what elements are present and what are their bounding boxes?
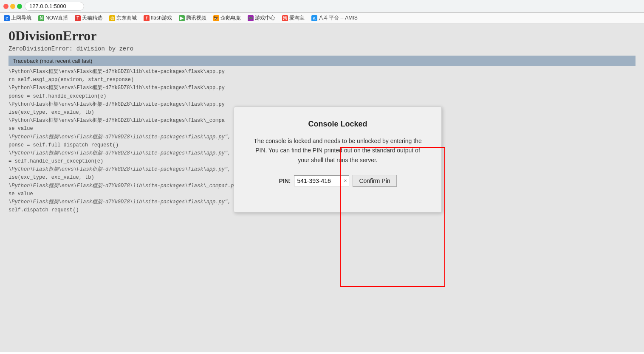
dialog-description: The console is locked and needs to be un… xyxy=(251,136,424,165)
pin-row: PIN: × Confirm Pin xyxy=(251,175,424,187)
bookmark-game[interactable]: 🎮 游戏中心 xyxy=(246,14,277,22)
bookmark-tianmao-icon: T xyxy=(75,15,81,21)
dialog-title: Console Locked xyxy=(251,120,424,129)
bookmark-now-icon: N xyxy=(38,15,44,21)
bookmarks-bar: e 上网导航 N NOW直播 T 天猫精选 ◎ 京东商城 f flash游戏 ▶… xyxy=(0,13,644,24)
bookmark-taobao[interactable]: 淘 爱淘宝 xyxy=(281,14,306,22)
bookmark-jd-icon: ◎ xyxy=(109,15,115,21)
confirm-pin-button[interactable]: Confirm Pin xyxy=(353,175,396,187)
bookmark-eagle-label: 企鹅电竞 xyxy=(220,14,241,22)
bookmark-tencent-label: 腾讯视频 xyxy=(186,14,206,22)
bookmark-badu[interactable]: a 八斗平台 -- AMIS xyxy=(310,14,359,22)
bookmark-badu-label: 八斗平台 -- AMIS xyxy=(319,14,358,22)
bookmark-jd-label: 京东商城 xyxy=(116,14,137,22)
bookmark-tianmao[interactable]: T 天猫精选 xyxy=(73,14,104,22)
bookmark-tianmao-label: 天猫精选 xyxy=(82,14,102,22)
page-content: 0DivisionError ZeroDivisionError: divisi… xyxy=(0,24,644,352)
bookmark-shangwang-label: 上网导航 xyxy=(11,14,31,22)
bookmark-game-label: 游戏中心 xyxy=(255,14,275,22)
pin-clear-button[interactable]: × xyxy=(343,178,347,184)
browser-controls xyxy=(3,4,22,9)
bookmark-badu-icon: a xyxy=(311,15,317,21)
address-bar[interactable]: 127.0.0.1:5000 xyxy=(25,2,84,11)
browser-bar: 127.0.0.1:5000 xyxy=(0,0,644,13)
bookmark-shangwang[interactable]: e 上网导航 xyxy=(3,14,33,22)
bookmark-game-icon: 🎮 xyxy=(248,15,254,21)
bookmark-flash-icon: f xyxy=(144,15,150,21)
bookmark-flash[interactable]: f flash游戏 xyxy=(142,14,173,22)
bookmark-now-label: NOW直播 xyxy=(45,14,68,22)
bookmark-eagle[interactable]: 🦅 企鹅电竞 xyxy=(212,14,242,22)
bookmark-shangwang-icon: e xyxy=(4,15,10,21)
bookmark-taobao-label: 爱淘宝 xyxy=(289,14,305,22)
bookmark-now[interactable]: N NOW直播 xyxy=(37,14,69,22)
console-locked-dialog: Console Locked The console is locked and… xyxy=(234,107,442,213)
bookmark-jd[interactable]: ◎ 京东商城 xyxy=(108,14,138,22)
bookmark-eagle-icon: 🦅 xyxy=(213,15,219,21)
bookmark-tencent-icon: ▶ xyxy=(179,15,185,21)
bookmark-flash-label: flash游戏 xyxy=(151,14,172,22)
bookmark-tencent[interactable]: ▶ 腾讯视频 xyxy=(178,14,208,22)
pin-input-wrapper: × xyxy=(294,175,349,186)
bookmark-taobao-icon: 淘 xyxy=(282,15,288,21)
pin-label: PIN: xyxy=(279,177,291,184)
pin-input[interactable] xyxy=(294,175,349,186)
